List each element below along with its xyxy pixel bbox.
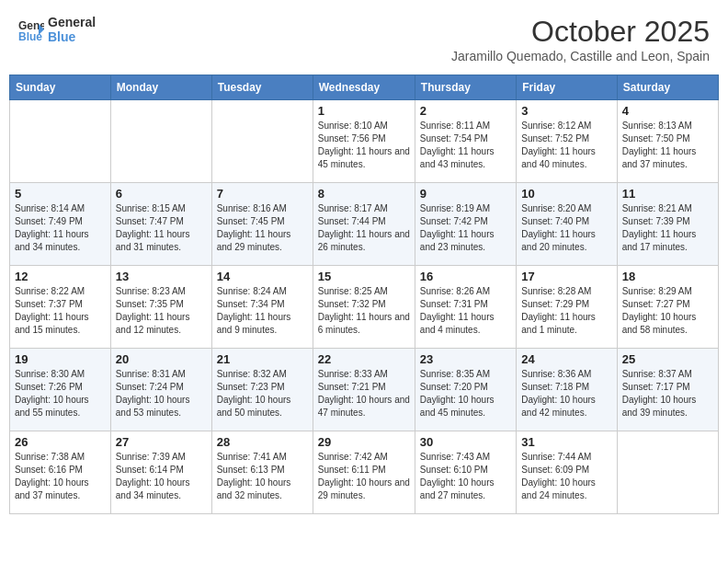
day-info: Sunrise: 8:20 AM Sunset: 7:40 PM Dayligh… [521,202,611,254]
calendar-cell: 9Sunrise: 8:19 AM Sunset: 7:42 PM Daylig… [415,183,516,266]
day-info: Sunrise: 7:39 AM Sunset: 6:14 PM Dayligh… [116,451,207,502]
day-number: 24 [521,352,611,366]
day-number: 5 [15,187,106,201]
calendar-cell: 22Sunrise: 8:33 AM Sunset: 7:21 PM Dayli… [313,349,415,431]
calendar-cell: 5Sunrise: 8:14 AM Sunset: 7:49 PM Daylig… [10,183,111,266]
calendar-week-row-0: 1Sunrise: 8:10 AM Sunset: 7:56 PM Daylig… [10,100,719,183]
day-number: 28 [217,435,308,449]
day-info: Sunrise: 8:35 AM Sunset: 7:20 PM Dayligh… [420,368,511,419]
weekday-header-row: SundayMondayTuesdayWednesdayThursdayFrid… [10,75,719,100]
day-number: 2 [420,104,511,118]
calendar-cell: 20Sunrise: 8:31 AM Sunset: 7:24 PM Dayli… [110,349,211,431]
day-info: Sunrise: 8:29 AM Sunset: 7:27 PM Dayligh… [622,285,713,337]
day-number: 20 [116,352,207,366]
location-title: Jaramillo Quemado, Castille and Leon, Sp… [451,49,710,63]
day-number: 9 [420,187,511,201]
calendar-week-row-1: 5Sunrise: 8:14 AM Sunset: 7:49 PM Daylig… [10,183,719,266]
day-number: 4 [622,104,713,118]
day-info: Sunrise: 8:15 AM Sunset: 7:47 PM Dayligh… [116,202,207,254]
day-number: 22 [318,352,410,366]
day-info: Sunrise: 8:14 AM Sunset: 7:49 PM Dayligh… [15,202,106,254]
day-info: Sunrise: 8:23 AM Sunset: 7:35 PM Dayligh… [116,285,207,337]
day-number: 23 [420,352,511,366]
calendar-cell: 29Sunrise: 7:42 AM Sunset: 6:11 PM Dayli… [313,431,415,514]
day-info: Sunrise: 8:25 AM Sunset: 7:32 PM Dayligh… [318,285,410,337]
calendar-table: SundayMondayTuesdayWednesdayThursdayFrid… [9,75,719,514]
calendar-cell: 12Sunrise: 8:22 AM Sunset: 7:37 PM Dayli… [10,266,111,349]
day-info: Sunrise: 8:12 AM Sunset: 7:52 PM Dayligh… [521,120,611,171]
day-info: Sunrise: 8:36 AM Sunset: 7:18 PM Dayligh… [521,368,611,419]
logo-icon: General Blue [18,17,44,42]
month-title: October 2025 [451,15,710,49]
calendar-cell: 16Sunrise: 8:26 AM Sunset: 7:31 PM Dayli… [415,266,516,349]
calendar-cell [10,100,111,183]
day-number: 7 [217,187,308,201]
title-block: October 2025 Jaramillo Quemado, Castille… [451,15,710,63]
calendar-cell: 21Sunrise: 8:32 AM Sunset: 7:23 PM Dayli… [211,349,313,431]
day-info: Sunrise: 8:28 AM Sunset: 7:29 PM Dayligh… [521,285,611,337]
day-info: Sunrise: 8:10 AM Sunset: 7:56 PM Dayligh… [318,120,410,171]
day-number: 8 [318,187,410,201]
calendar-week-row-2: 12Sunrise: 8:22 AM Sunset: 7:37 PM Dayli… [10,266,719,349]
calendar-cell: 6Sunrise: 8:15 AM Sunset: 7:47 PM Daylig… [110,183,211,266]
calendar-cell [110,100,211,183]
day-info: Sunrise: 8:32 AM Sunset: 7:23 PM Dayligh… [217,368,308,419]
day-info: Sunrise: 8:21 AM Sunset: 7:39 PM Dayligh… [622,202,713,254]
weekday-header-friday: Friday [517,75,617,100]
calendar-week-row-4: 26Sunrise: 7:38 AM Sunset: 6:16 PM Dayli… [10,431,719,514]
day-info: Sunrise: 8:17 AM Sunset: 7:44 PM Dayligh… [318,202,410,254]
weekday-header-saturday: Saturday [617,75,718,100]
calendar-cell: 7Sunrise: 8:16 AM Sunset: 7:45 PM Daylig… [211,183,313,266]
calendar-cell [211,100,313,183]
day-info: Sunrise: 8:37 AM Sunset: 7:17 PM Dayligh… [622,368,713,419]
weekday-header-thursday: Thursday [415,75,516,100]
day-info: Sunrise: 7:41 AM Sunset: 6:13 PM Dayligh… [217,451,308,502]
day-info: Sunrise: 7:38 AM Sunset: 6:16 PM Dayligh… [15,451,106,502]
logo: General Blue General Blue [18,15,96,44]
calendar-cell: 11Sunrise: 8:21 AM Sunset: 7:39 PM Dayli… [617,183,718,266]
day-number: 3 [521,104,611,118]
day-number: 10 [521,187,611,201]
logo-text-blue: Blue [48,29,96,44]
day-info: Sunrise: 8:24 AM Sunset: 7:34 PM Dayligh… [217,285,308,337]
day-info: Sunrise: 8:22 AM Sunset: 7:37 PM Dayligh… [15,285,106,337]
day-number: 14 [217,270,308,283]
day-number: 15 [318,270,410,283]
day-number: 6 [116,187,207,201]
calendar-cell: 24Sunrise: 8:36 AM Sunset: 7:18 PM Dayli… [517,349,617,431]
day-number: 13 [116,270,207,283]
weekday-header-tuesday: Tuesday [211,75,313,100]
calendar-cell: 19Sunrise: 8:30 AM Sunset: 7:26 PM Dayli… [10,349,111,431]
calendar-cell: 8Sunrise: 8:17 AM Sunset: 7:44 PM Daylig… [313,183,415,266]
day-info: Sunrise: 8:16 AM Sunset: 7:45 PM Dayligh… [217,202,308,254]
calendar-cell: 4Sunrise: 8:13 AM Sunset: 7:50 PM Daylig… [617,100,718,183]
day-number: 16 [420,270,511,283]
day-info: Sunrise: 7:43 AM Sunset: 6:10 PM Dayligh… [420,451,511,502]
page-header: General Blue General Blue October 2025 J… [9,9,719,69]
day-number: 18 [622,270,713,283]
calendar-cell: 23Sunrise: 8:35 AM Sunset: 7:20 PM Dayli… [415,349,516,431]
day-info: Sunrise: 7:42 AM Sunset: 6:11 PM Dayligh… [318,451,410,502]
weekday-header-sunday: Sunday [10,75,111,100]
weekday-header-wednesday: Wednesday [313,75,415,100]
calendar-cell: 10Sunrise: 8:20 AM Sunset: 7:40 PM Dayli… [517,183,617,266]
day-number: 30 [420,435,511,449]
calendar-cell: 1Sunrise: 8:10 AM Sunset: 7:56 PM Daylig… [313,100,415,183]
day-info: Sunrise: 8:26 AM Sunset: 7:31 PM Dayligh… [420,285,511,337]
calendar-cell: 14Sunrise: 8:24 AM Sunset: 7:34 PM Dayli… [211,266,313,349]
logo-text-general: General [48,15,96,29]
calendar-cell: 27Sunrise: 7:39 AM Sunset: 6:14 PM Dayli… [110,431,211,514]
day-info: Sunrise: 8:30 AM Sunset: 7:26 PM Dayligh… [15,368,106,419]
calendar-cell: 13Sunrise: 8:23 AM Sunset: 7:35 PM Dayli… [110,266,211,349]
day-number: 31 [521,435,611,449]
day-number: 25 [622,352,713,366]
calendar-cell: 25Sunrise: 8:37 AM Sunset: 7:17 PM Dayli… [617,349,718,431]
calendar-cell: 26Sunrise: 7:38 AM Sunset: 6:16 PM Dayli… [10,431,111,514]
day-number: 12 [15,270,106,283]
calendar-cell [617,431,718,514]
day-number: 27 [116,435,207,449]
day-number: 1 [318,104,410,118]
day-number: 17 [521,270,611,283]
day-number: 26 [15,435,106,449]
calendar-cell: 3Sunrise: 8:12 AM Sunset: 7:52 PM Daylig… [517,100,617,183]
